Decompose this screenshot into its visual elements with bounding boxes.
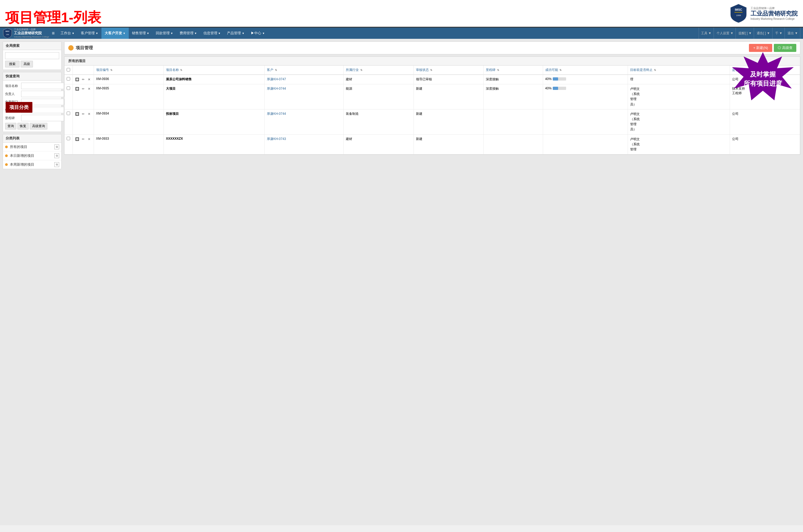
select-all-checkbox[interactable] <box>67 68 70 72</box>
global-search-title: 全局搜索 <box>3 42 61 50</box>
nav-customer-mgmt[interactable]: 客户管理 ▼ <box>78 27 101 39</box>
td-checkbox-4 <box>64 134 73 154</box>
search-button[interactable]: 搜索 <box>5 61 20 68</box>
nav-user[interactable]: 千 ▼ <box>773 27 785 39</box>
table-header-row: 项目编号 ⇅ 项目名称 ⇅ 客户 ⇅ 所属行业 ⇅ 审核状态 ⇅ 里程碑 ⇅ 成… <box>64 65 800 75</box>
nav-hamburger-icon[interactable]: ≡ <box>52 31 55 36</box>
delete-icon-1[interactable]: ✕ <box>87 77 92 82</box>
nav-sales-mgmt[interactable]: 销售管理 ▼ <box>129 27 153 39</box>
td-client-1: 厚谦KH-0747 <box>265 75 344 84</box>
delete-icon-2[interactable]: ✕ <box>87 87 92 91</box>
nav-payment-mgmt[interactable]: 回款管理 ▼ <box>153 27 176 39</box>
progress-bar-inner-2 <box>553 87 558 90</box>
global-search-buttons: 搜索 高级 <box>5 61 59 68</box>
td-won-bid-1: 公司 <box>730 75 800 84</box>
td-won-bid-3: 公司 <box>730 109 800 134</box>
client-link-4[interactable]: 厚谦KH-0743 <box>267 137 286 141</box>
responsible-person-input[interactable] <box>21 91 64 97</box>
nav-remind[interactable]: 提醒[ ] ▼ <box>736 27 754 39</box>
milestone-input[interactable] <box>21 115 64 121</box>
delete-icon-4[interactable]: ✕ <box>87 137 92 141</box>
category-week-new[interactable]: 本周新增的项目 ⧉ <box>3 160 61 169</box>
advanced-button[interactable]: 高级 <box>21 61 33 68</box>
td-industry-4: 建材 <box>344 134 414 154</box>
td-audit-4: 新建 <box>413 134 484 154</box>
view-icon-2[interactable]: 🔲 <box>75 87 80 91</box>
content-header: 项目管理 + 新建(N) ◎ 高级查 <box>64 41 800 54</box>
table-row: 🔲 ✏ ✕ XM-0933 XXXXXXZX 厚谦KH-0743 建材 新建 <box>64 134 800 154</box>
progress-bar-outer-1 <box>553 77 566 80</box>
action-icons-1: 🔲 ✏ ✕ <box>75 77 92 82</box>
td-checkbox-2 <box>64 84 73 110</box>
category-list-section: 分类列表 所有的项目 ⧉ 本日新增的项目 ⧉ 本周新增的项目 ⧉ <box>3 134 61 169</box>
advanced-search-button[interactable]: ◎ 高级查 <box>774 44 796 52</box>
nav-info-mgmt[interactable]: 信息管理 ▼ <box>200 27 224 39</box>
global-search-body: 搜索 高级 <box>3 50 61 70</box>
client-link-1[interactable]: 厚谦KH-0747 <box>267 77 286 81</box>
client-link-3[interactable]: 厚谦KH-0744 <box>267 112 286 116</box>
new-button[interactable]: + 新建(N) <box>749 44 772 52</box>
nav-menu: 工作台 ▼ 客户管理 ▼ 大客户开发 ▼ 销售管理 ▼ 回款管理 ▼ 费用管理 … <box>57 27 268 39</box>
nav-product-mgmt[interactable]: 产品管理 ▼ <box>224 27 248 39</box>
query-buttons: 查询 恢复 高级查询 <box>5 123 59 130</box>
project-name-input[interactable] <box>21 83 64 89</box>
th-industry: 所属行业 ⇅ <box>344 65 414 75</box>
category-dot-orange <box>5 146 8 148</box>
row3-checkbox[interactable] <box>67 112 70 115</box>
delete-icon-3[interactable]: ✕ <box>87 112 92 116</box>
category-today-label: 本日新增的项目 <box>10 153 54 158</box>
page-title: 项目管理1-列表 <box>5 10 101 27</box>
category-copy-icon3[interactable]: ⧉ <box>54 162 59 167</box>
td-project-name-1: 展辰公司涂料销售 <box>164 75 265 84</box>
svg-rect-1 <box>734 12 743 13</box>
nav-notice[interactable]: 通告[ ] ▼ <box>754 27 772 39</box>
category-copy-icon2[interactable]: ⧉ <box>54 153 59 158</box>
data-table: 项目编号 ⇅ 项目名称 ⇅ 客户 ⇅ 所属行业 ⇅ 审核状态 ⇅ 里程碑 ⇅ 成… <box>64 65 800 154</box>
row4-checkbox[interactable] <box>67 137 70 140</box>
quick-query-section: 快速查询 项目名称 负责人 🔍 负责部门 🔍 <box>3 72 61 132</box>
th-checkbox <box>64 65 73 75</box>
view-icon-3[interactable]: 🔲 <box>75 112 80 116</box>
edit-icon-2[interactable]: ✏ <box>81 87 86 91</box>
project-name-row: 项目名称 <box>5 83 59 89</box>
responsible-person-label: 负责人 <box>5 92 21 96</box>
advanced-query-button[interactable]: 高级查询 <box>30 123 48 130</box>
nav-center[interactable]: ▶中心 ▼ <box>248 27 268 39</box>
th-audit-status: 审核状态 ⇅ <box>413 65 484 75</box>
global-search-input[interactable] <box>5 52 59 59</box>
progress-bar-container-2: 40% <box>545 87 625 90</box>
category-today-new[interactable]: 本日新增的项目 ⧉ <box>3 151 61 160</box>
th-stop-before-target: 目标前是否终止 ⇅ <box>628 65 730 75</box>
edit-icon-4[interactable]: ✏ <box>81 137 86 141</box>
row2-checkbox[interactable] <box>67 87 70 90</box>
nav-tools[interactable]: 工具 ▼ <box>698 27 714 39</box>
category-week-label: 本周新增的项目 <box>10 162 54 167</box>
th-milestone: 里程碑 ⇅ <box>484 65 543 75</box>
nav-logout[interactable]: 退出 ▼ <box>785 27 800 39</box>
content-area: 项目管理 + 新建(N) ◎ 高级查 及时掌握所有项目进度 所有的项目 <box>64 41 800 522</box>
quick-query-body: 项目名称 负责人 🔍 负责部门 🔍 申请日期 <box>3 80 61 132</box>
nav-workbench[interactable]: 工作台 ▼ <box>57 27 78 39</box>
view-icon-4[interactable]: 🔲 <box>75 137 80 141</box>
nav-personal-settings[interactable]: 个人设置 ▼ <box>714 27 736 39</box>
view-icon-1[interactable]: 🔲 <box>75 77 80 82</box>
edit-icon-1[interactable]: ✏ <box>81 77 86 82</box>
category-copy-icon[interactable]: ⧉ <box>54 145 59 149</box>
td-project-no-4: XM-0933 <box>94 134 164 154</box>
td-client-3: 厚谦KH-0744 <box>265 109 344 134</box>
edit-icon-3[interactable]: ✏ <box>81 112 86 116</box>
progress-bar-container-1: 40% <box>545 77 625 81</box>
reset-button[interactable]: 恢复 <box>17 123 29 130</box>
query-button[interactable]: 查询 <box>5 123 16 130</box>
th-project-name: 项目名称 ⇅ <box>164 65 265 75</box>
category-all-projects[interactable]: 所有的项目 ⧉ <box>3 142 61 151</box>
td-project-name-3: 投标项目 <box>164 109 265 134</box>
page-title-area: 项目管理1-列表 IMSC 1999 工业品营销第一品牌 工业品营销研究院 In… <box>0 0 803 27</box>
svg-text:1999: 1999 <box>6 34 9 35</box>
nav-expense-mgmt[interactable]: 费用管理 ▼ <box>176 27 200 39</box>
row1-checkbox[interactable] <box>67 77 70 80</box>
client-link-2[interactable]: 厚谦KH-0744 <box>267 87 286 91</box>
td-won-bid-2: 技术支持工程师 <box>730 84 800 110</box>
logo-text-area: 工业品营销第一品牌 工业品营销研究院 Industry Marketing Re… <box>750 6 798 20</box>
nav-big-customer[interactable]: 大客户开发 ▼ <box>101 27 129 39</box>
